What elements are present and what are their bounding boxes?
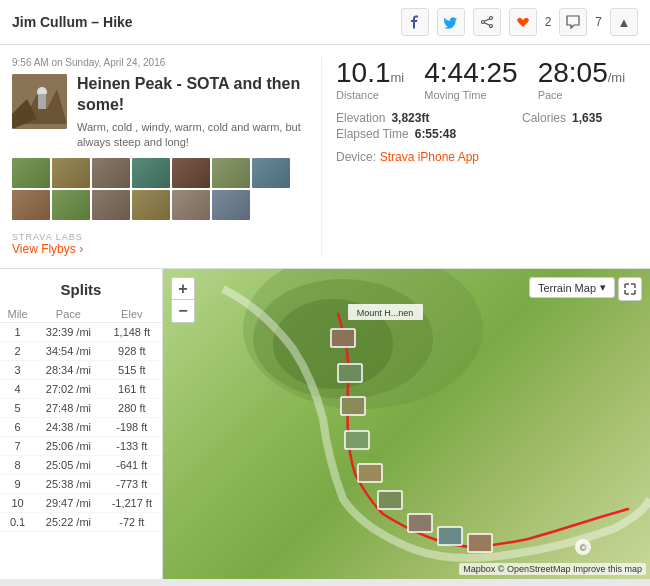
- svg-text:Mount H...nen: Mount H...nen: [357, 308, 414, 318]
- split-elev: 161 ft: [102, 380, 162, 399]
- split-elev: -641 ft: [102, 456, 162, 475]
- map-type-button[interactable]: Terrain Map ▾: [529, 277, 615, 298]
- svg-rect-21: [408, 514, 432, 532]
- elevation-value: 3,823ft: [391, 111, 429, 125]
- map-type-label: Terrain Map: [538, 282, 596, 294]
- svg-rect-9: [38, 94, 46, 109]
- photo-thumb-6[interactable]: [212, 158, 250, 188]
- split-pace: 25:05 /mi: [35, 456, 101, 475]
- device-label: Device:: [336, 150, 376, 164]
- splits-panel: Splits Mile Pace Elev 1 32:39 /mi 1,148 …: [0, 269, 163, 579]
- split-mile: 7: [0, 437, 35, 456]
- svg-rect-15: [331, 329, 355, 347]
- split-pace: 27:48 /mi: [35, 399, 101, 418]
- calories-label: Calories: [522, 111, 566, 125]
- split-pace: 24:38 /mi: [35, 418, 101, 437]
- svg-text:©: ©: [580, 543, 587, 553]
- like-count: 2: [545, 15, 552, 29]
- twitter-button[interactable]: [437, 8, 465, 36]
- pace-value: 28:05: [538, 57, 608, 88]
- share-button[interactable]: [473, 8, 501, 36]
- photo-thumb-9[interactable]: [52, 190, 90, 220]
- photo-thumb-10[interactable]: [92, 190, 130, 220]
- moving-time-label: Moving Time: [424, 89, 517, 101]
- bottom-section: Splits Mile Pace Elev 1 32:39 /mi 1,148 …: [0, 269, 650, 579]
- photo-thumb-12[interactable]: [172, 190, 210, 220]
- pace-unit: /mi: [608, 70, 625, 85]
- map-type-chevron: ▾: [600, 281, 606, 294]
- main-stats-row: 10.1mi Distance 4:44:25 Moving Time 28:0…: [336, 57, 638, 101]
- activity-date: 9:56 AM on Sunday, April 24, 2016: [12, 57, 309, 68]
- distance-value: 10.1: [336, 57, 391, 88]
- split-pace: 32:39 /mi: [35, 323, 101, 342]
- svg-point-2: [489, 25, 492, 28]
- photo-thumb-2[interactable]: [52, 158, 90, 188]
- secondary-stats: Elevation 3,823ft Calories 1,635 Elapsed…: [336, 111, 638, 141]
- elapsed-time-stat: Elapsed Time 6:55:48: [336, 127, 492, 141]
- zoom-out-button[interactable]: −: [172, 300, 194, 322]
- split-pace: 34:54 /mi: [35, 342, 101, 361]
- photo-thumb-7[interactable]: [252, 158, 290, 188]
- split-pace: 27:02 /mi: [35, 380, 101, 399]
- split-elev: -198 ft: [102, 418, 162, 437]
- activity-description: Warm, cold , windy, warm, cold and warm,…: [77, 120, 309, 151]
- splits-row-7: 7 25:06 /mi -133 ft: [0, 437, 162, 456]
- map-svg: Mount H...nen ©: [163, 269, 650, 579]
- strava-labs-label: STRAVA LABS: [12, 232, 309, 242]
- map-panel: Mount H...nen © + − Terrain Map ▾: [163, 269, 650, 579]
- moving-time-stat: 4:44:25 Moving Time: [424, 57, 517, 101]
- photo-grid: [12, 158, 309, 220]
- split-mile: 1: [0, 323, 35, 342]
- photo-thumb-3[interactable]: [92, 158, 130, 188]
- view-flybys-link[interactable]: View Flybys ›: [12, 242, 309, 256]
- activity-thumbnail: [12, 74, 67, 129]
- zoom-in-button[interactable]: +: [172, 278, 194, 300]
- map-attribution: Mapbox © OpenStreetMap Improve this map: [459, 563, 646, 575]
- split-mile: 8: [0, 456, 35, 475]
- splits-row-4: 4 27:02 /mi 161 ft: [0, 380, 162, 399]
- comment-button[interactable]: [559, 8, 587, 36]
- photo-thumb-11[interactable]: [132, 190, 170, 220]
- moving-time-value: 4:44:25: [424, 57, 517, 88]
- split-mile: 3: [0, 361, 35, 380]
- photo-thumb-1[interactable]: [12, 158, 50, 188]
- svg-rect-16: [338, 364, 362, 382]
- expand-button[interactable]: ▲: [610, 8, 638, 36]
- photo-thumb-5[interactable]: [172, 158, 210, 188]
- split-mile: 10: [0, 494, 35, 513]
- splits-row-11: 0.1 25:22 /mi -72 ft: [0, 513, 162, 532]
- svg-point-0: [489, 17, 492, 20]
- split-mile: 5: [0, 399, 35, 418]
- split-elev: -1,217 ft: [102, 494, 162, 513]
- split-mile: 0.1: [0, 513, 35, 532]
- pace-label: Pace: [538, 89, 625, 101]
- distance-stat: 10.1mi Distance: [336, 57, 404, 101]
- split-mile: 4: [0, 380, 35, 399]
- facebook-button[interactable]: [401, 8, 429, 36]
- header-bar: Jim Cullum – Hike 2 7 ▲: [0, 0, 650, 45]
- photo-thumb-4[interactable]: [132, 158, 170, 188]
- split-elev: 280 ft: [102, 399, 162, 418]
- svg-rect-23: [468, 534, 492, 552]
- device-link[interactable]: Strava iPhone App: [380, 150, 479, 164]
- svg-line-3: [484, 19, 489, 22]
- svg-line-4: [484, 23, 489, 26]
- split-mile: 6: [0, 418, 35, 437]
- split-elev: -133 ft: [102, 437, 162, 456]
- split-pace: 28:34 /mi: [35, 361, 101, 380]
- like-button[interactable]: [509, 8, 537, 36]
- split-elev: -773 ft: [102, 475, 162, 494]
- elevation-stat: Elevation 3,823ft: [336, 111, 492, 125]
- svg-point-1: [481, 21, 484, 24]
- splits-row-6: 6 24:38 /mi -198 ft: [0, 418, 162, 437]
- elevation-label: Elevation: [336, 111, 385, 125]
- map-expand-button[interactable]: [618, 277, 642, 301]
- distance-unit: mi: [391, 70, 405, 85]
- header-icons: 2 7 ▲: [401, 8, 638, 36]
- photo-thumb-8[interactable]: [12, 190, 50, 220]
- splits-row-10: 10 29:47 /mi -1,217 ft: [0, 494, 162, 513]
- photo-thumb-13[interactable]: [212, 190, 250, 220]
- activity-header: Heinen Peak - SOTA and then some! Warm, …: [12, 74, 309, 150]
- split-elev: 1,148 ft: [102, 323, 162, 342]
- svg-rect-20: [378, 491, 402, 509]
